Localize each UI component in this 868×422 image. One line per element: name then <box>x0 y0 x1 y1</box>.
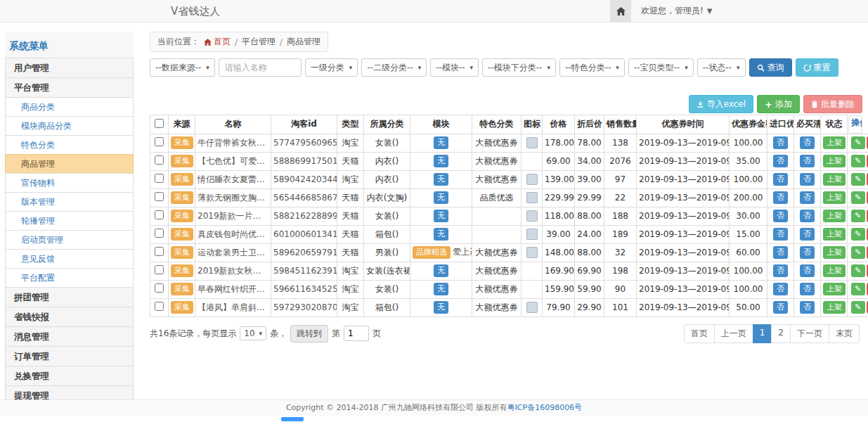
edit-button[interactable]: ✎ <box>851 301 865 314</box>
sidebar-sub-item[interactable]: 宣传物料 <box>5 173 134 193</box>
must-buy-toggle[interactable]: 否 <box>800 301 815 313</box>
import-select-toggle[interactable]: 否 <box>773 155 788 167</box>
import-select-toggle[interactable]: 否 <box>773 264 788 276</box>
must-buy-toggle[interactable]: 否 <box>800 283 815 295</box>
edit-button[interactable]: ✎ <box>851 191 865 204</box>
edit-button[interactable]: ✎ <box>851 246 865 259</box>
import-select-toggle[interactable]: 否 <box>773 191 788 203</box>
filter-select[interactable]: --状态--▾ <box>697 58 746 77</box>
row-checkbox[interactable] <box>155 229 164 238</box>
must-buy-toggle[interactable]: 否 <box>800 228 815 240</box>
sidebar-sub-item[interactable]: 版本管理 <box>5 192 134 212</box>
select-all-checkbox[interactable] <box>155 119 164 128</box>
edit-button[interactable]: ✎ <box>851 228 865 241</box>
import-select-toggle[interactable]: 否 <box>773 283 788 295</box>
batch-delete-button[interactable]: 批量删除 <box>803 95 862 113</box>
filter-select[interactable]: --模块下分类--▾ <box>482 58 556 77</box>
row-checkbox[interactable] <box>155 247 164 256</box>
page-button[interactable]: 下一页 <box>790 324 829 343</box>
filter-select[interactable]: 一级分类▾ <box>305 58 358 77</box>
must-buy-toggle[interactable]: 否 <box>800 264 815 276</box>
breadcrumb-home-link[interactable]: 首页 <box>204 36 231 48</box>
page-button[interactable]: 1 <box>753 324 772 343</box>
sidebar-group-item[interactable]: 用户管理 <box>5 58 134 78</box>
edit-button[interactable]: ✎ <box>851 155 865 167</box>
module-badge[interactable]: 无 <box>434 210 448 222</box>
home-button[interactable] <box>610 0 631 22</box>
status-badge[interactable]: 上架 <box>823 191 846 203</box>
must-buy-toggle[interactable]: 否 <box>800 210 815 222</box>
row-checkbox[interactable] <box>155 174 164 183</box>
sidebar-group-item[interactable]: 兑换管理 <box>5 366 134 386</box>
user-menu[interactable]: 欢迎您，管理员! ▼ <box>641 5 713 17</box>
row-checkbox[interactable] <box>155 210 164 219</box>
sidebar-sub-item[interactable]: 特色分类 <box>5 135 134 155</box>
sidebar-group-item[interactable]: 订单管理 <box>5 346 134 366</box>
module-badge[interactable]: 品牌精选 <box>413 246 451 258</box>
filter-select[interactable]: --宝贝类型--▾ <box>628 58 694 77</box>
row-checkbox[interactable] <box>155 265 164 274</box>
status-badge[interactable]: 上架 <box>823 210 846 222</box>
horizontal-scrollbar-thumb[interactable] <box>281 417 304 421</box>
must-buy-toggle[interactable]: 否 <box>800 191 815 203</box>
sidebar-sub-item[interactable]: 意见反馈 <box>5 249 134 269</box>
row-checkbox[interactable] <box>155 283 164 293</box>
page-button[interactable]: 上一页 <box>714 324 753 343</box>
module-badge[interactable]: 无 <box>434 136 448 148</box>
module-badge[interactable]: 无 <box>434 301 448 313</box>
filter-select[interactable]: --数据来源--▾ <box>150 58 215 77</box>
breadcrumb-item[interactable]: 平台管理 <box>242 36 276 48</box>
module-badge[interactable]: 无 <box>434 228 448 240</box>
module-badge[interactable]: 无 <box>434 155 448 167</box>
status-badge[interactable]: 上架 <box>823 246 846 258</box>
import-select-toggle[interactable]: 否 <box>773 228 788 240</box>
status-badge[interactable]: 上架 <box>823 136 846 148</box>
module-badge[interactable]: 无 <box>434 191 448 203</box>
import-excel-button[interactable]: 导入excel <box>689 95 753 113</box>
jump-button[interactable]: 跳转到 <box>290 325 328 343</box>
sidebar-sub-item[interactable]: 轮播管理 <box>5 211 134 231</box>
edit-button[interactable]: ✎ <box>851 210 865 222</box>
icp-link[interactable]: 粤ICP备16098006号 <box>507 403 583 412</box>
status-badge[interactable]: 上架 <box>823 301 846 313</box>
import-select-toggle[interactable]: 否 <box>773 136 788 148</box>
module-badge[interactable]: 无 <box>434 283 448 295</box>
sidebar-sub-item[interactable]: 商品分类 <box>5 97 134 117</box>
sidebar-group-item[interactable]: 消息管理 <box>5 326 134 347</box>
import-select-toggle[interactable]: 否 <box>773 301 788 313</box>
must-buy-toggle[interactable]: 否 <box>800 246 815 258</box>
status-badge[interactable]: 上架 <box>823 155 846 167</box>
sidebar-group-item[interactable]: 省钱快报 <box>5 307 134 327</box>
row-checkbox[interactable] <box>155 137 164 146</box>
page-button[interactable]: 末页 <box>829 324 860 343</box>
reset-button[interactable]: 重置 <box>796 58 838 77</box>
row-checkbox[interactable] <box>155 302 164 311</box>
edit-button[interactable]: ✎ <box>851 173 865 186</box>
status-badge[interactable]: 上架 <box>823 264 846 276</box>
import-select-toggle[interactable]: 否 <box>773 173 788 185</box>
filter-select[interactable]: --模块--▾ <box>430 58 479 77</box>
edit-button[interactable]: ✎ <box>851 136 865 149</box>
must-buy-toggle[interactable]: 否 <box>800 155 815 167</box>
search-button[interactable]: 查询 <box>749 58 792 77</box>
must-buy-toggle[interactable]: 否 <box>800 136 815 148</box>
sidebar-group-item[interactable]: 提现管理 <box>5 385 134 400</box>
page-button[interactable]: 2 <box>771 324 791 343</box>
import-select-toggle[interactable]: 否 <box>773 210 788 222</box>
filter-select[interactable]: --特色分类--▾ <box>559 58 625 77</box>
filter-select[interactable]: --二级分类--▾ <box>361 58 427 77</box>
page-number-input[interactable] <box>344 326 369 341</box>
add-button[interactable]: + 添加 <box>757 95 800 113</box>
status-badge[interactable]: 上架 <box>823 228 846 240</box>
edit-button[interactable]: ✎ <box>851 264 865 277</box>
sidebar-group-item[interactable]: 平台管理 <box>5 77 134 98</box>
row-checkbox[interactable] <box>155 155 164 165</box>
sidebar-sub-item[interactable]: 模块商品分类 <box>5 116 134 136</box>
page-button[interactable]: 首页 <box>684 324 715 343</box>
sidebar-group-item[interactable]: 拼团管理 <box>5 287 134 307</box>
name-search-input[interactable] <box>219 58 302 77</box>
sidebar-sub-item[interactable]: 商品管理 <box>5 154 134 174</box>
sidebar-sub-item[interactable]: 启动页管理 <box>5 230 134 250</box>
status-badge[interactable]: 上架 <box>823 173 846 185</box>
edit-button[interactable]: ✎ <box>851 283 865 295</box>
